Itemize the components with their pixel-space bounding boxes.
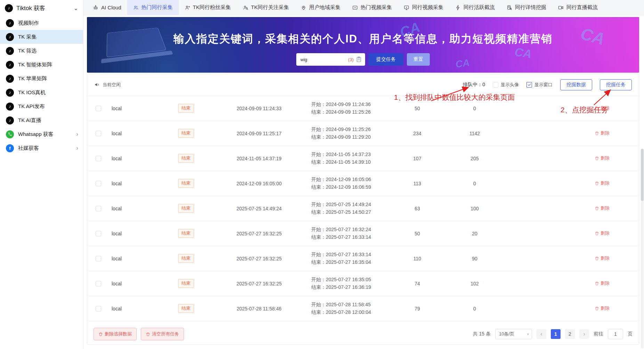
delete-button[interactable]: 删除 [595,305,610,311]
total-count: 共 15 条 [473,331,491,337]
pager-next-button[interactable]: › [579,329,589,339]
row-checkbox[interactable] [96,306,101,311]
delete-button[interactable]: 删除 [595,230,610,236]
show-window-checkbox[interactable]: 显示窗口 [526,82,553,88]
created-time: 2025-07-28 11:58:46 [237,306,282,311]
show-avatar-checkbox[interactable]: 显示头像 [493,82,519,88]
status-badge: 结束 [178,154,194,163]
created-time: 2025-07-27 16:32:25 [236,231,282,236]
tab-user-region-collect[interactable]: 用户地域采集 [295,0,346,15]
row-checkbox[interactable] [96,131,101,136]
count-secondary: 205 [470,156,478,161]
row-checkbox[interactable] [96,181,101,186]
tab-peer-video-collect[interactable]: 同行视频采集 [398,0,449,15]
delete-selected-button[interactable]: 删除选择数据 [94,328,137,340]
keyword-input[interactable] [300,57,346,62]
robot-icon [93,5,98,10]
scrollbar-track[interactable] [641,149,644,348]
row-checkbox[interactable] [96,231,101,236]
workspace-switcher[interactable]: ♪ Tiktok 获客 ⌄ [0,0,83,16]
sidebar-item-social-media-leads[interactable]: f 社媒获客 › [0,141,83,155]
trash-icon [595,306,599,311]
row-checkbox[interactable] [96,206,101,211]
row-checkbox[interactable] [96,156,101,161]
row-checkbox[interactable] [96,281,101,286]
submit-task-button[interactable]: 提交任务 [369,53,403,66]
tiktok-icon: ♪ [6,19,14,27]
status-badge: 结束 [178,204,194,213]
delete-button[interactable]: 删除 [595,280,610,286]
scrollbar-thumb[interactable] [641,149,644,201]
page-size-select[interactable]: 10条/页 ▾ [495,329,532,339]
delete-button[interactable]: 删除 [595,255,610,261]
tab-hot-video-collect[interactable]: 热门视频采集 [346,0,398,15]
pager-page-1[interactable]: 1 [551,329,561,339]
start-time: 开始：2024-09-09 11:25:26 [311,127,371,132]
time-range: 开始：2025-07-25 14:49:24 结束：2025-07-25 14:… [311,201,395,216]
tiktok-icon: ♪ [6,89,14,97]
mine-data-button[interactable]: 挖掘数据 [560,79,592,90]
delete-button[interactable]: 删除 [595,130,610,136]
lightning-icon [455,5,461,10]
count-primary: 110 [413,256,421,261]
sidebar-item-tk-ai-live[interactable]: ♪ TK AI直播 [0,113,83,127]
trash-icon [146,332,150,336]
start-time: 开始：2025-07-25 14:49:24 [311,202,371,207]
video-play-icon [352,5,358,10]
count-secondary: 1142 [469,131,480,136]
queue-counter: 排队中：0 [463,82,485,88]
tab-peer-follow-collect[interactable]: TK同行关注采集 [237,0,295,15]
tiktok-icon: ♪ [6,47,14,55]
table-row: local 结束 2025-07-27 16:32:25 开始：2025-07-… [87,271,639,296]
task-list-card: 当前空闲 排队中：0 显示头像 显示窗口 挖掘数据 挖掘任务 [87,73,639,345]
clipboard-list-icon[interactable] [356,56,362,63]
goto-page-input[interactable] [608,329,623,339]
delete-button[interactable]: 删除 [595,180,610,186]
queue-count-value: 0 [482,82,485,87]
sidebar-item-tk-apple-matrix[interactable]: ♪ TK 苹果矩阵 [0,72,83,86]
trash-icon [595,256,599,261]
whatsapp-icon [6,130,14,138]
start-time: 开始：2025-07-27 16:32:24 [311,227,371,232]
task-name: local [110,281,165,286]
reset-button[interactable]: 重置 [407,53,430,66]
clear-all-tasks-button[interactable]: 清空所有任务 [141,328,184,340]
end-time: 结束：2024-12-09 16:06:59 [311,184,371,190]
tab-peer-fans-collect[interactable]: TK同行粉丝采集 [179,0,237,15]
sidebar-item-tk-ios-device[interactable]: ♪ TK IOS真机 [0,86,83,99]
sidebar-item-tk-agent-matrix[interactable]: ♪ TK 智能体矩阵 [0,58,83,72]
status-badge: 结束 [178,254,194,263]
annotation-note-1: 1、找到排队中数值比较大的采集页面 [394,92,515,102]
sidebar-item-tk-filter[interactable]: ♪ TK 筛选 [0,44,83,58]
count-secondary: 102 [470,281,478,286]
tab-peer-detail-mining[interactable]: 同行详情挖掘 [501,0,552,15]
tab-peer-live-intercept[interactable]: 同行直播截流 [552,0,604,15]
delete-button[interactable]: 删除 [595,205,610,211]
tab-hot-peer-collect[interactable]: 热门同行采集 [127,0,179,15]
table-row: local 结束 2024-12-09 16:05:00 开始：2024-12-… [87,171,639,196]
mine-task-button[interactable]: 挖掘任务 [600,79,632,90]
page-title: 输入指定关键词，采集相关的个人ID、用户名等信息，助力短视频精准营销 [87,17,639,46]
sidebar-item-video-maker[interactable]: ♪ 视频制作 [0,16,83,30]
time-range: 开始：2025-07-27 16:35:05 结束：2025-07-27 16:… [311,276,395,291]
table-row: local 结束 2024-11-05 14:37:19 开始：2024-11-… [87,146,639,171]
task-name: local [110,231,165,236]
sidebar-nav: ♪ 视频制作 ♪ TK 采集 ♪ TK 筛选 ♪ TK 智能体矩阵 ♪ TK 苹… [0,16,83,155]
pager-page-2[interactable]: 2 [565,329,575,339]
sidebar-item-tk-collect[interactable]: ♪ TK 采集 [0,30,83,44]
sidebar-item-whatsapp-leads[interactable]: Whatsapp 获客 › [0,127,83,141]
trash-icon [595,156,599,161]
status-badge: 结束 [178,279,194,288]
pager-prev-button[interactable]: ‹ [537,329,546,339]
count-primary: 50 [414,231,420,236]
count-primary: 50 [414,106,420,111]
row-checkbox[interactable] [96,106,101,111]
tab-ai-cloud[interactable]: AI Cloud [87,0,127,15]
sidebar-item-tk-api-publish[interactable]: ♪ TK API发布 [0,99,83,113]
tab-peer-active-intercept[interactable]: 同行活跃截流 [449,0,501,15]
count-primary: 113 [413,181,421,186]
delete-button[interactable]: 删除 [595,155,610,161]
status-badge: 结束 [178,179,194,188]
row-checkbox[interactable] [96,256,101,261]
table-row: local 结束 2025-07-27 16:32:25 开始：2025-07-… [87,221,639,246]
